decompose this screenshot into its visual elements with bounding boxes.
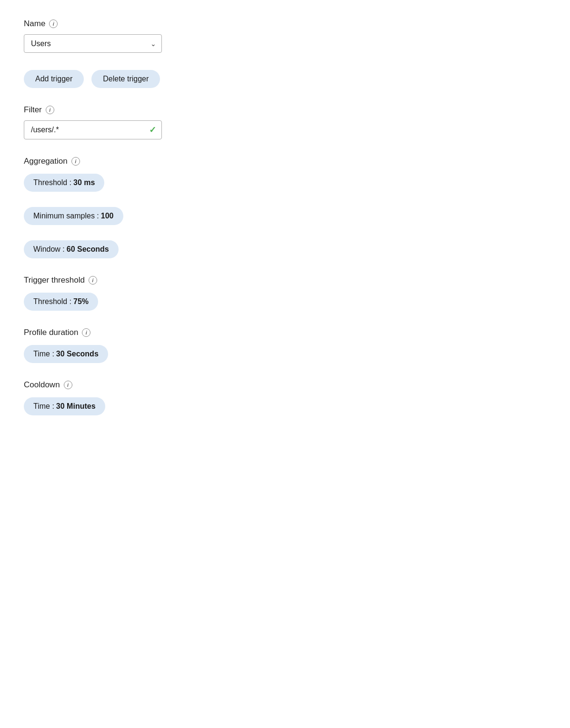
cooldown-time-label: Time : — [33, 402, 54, 411]
filter-input-wrapper: ✓ — [24, 120, 162, 139]
min-samples-label: Minimum samples : — [33, 212, 99, 220]
add-trigger-button[interactable]: Add trigger — [24, 70, 84, 88]
trigger-buttons-section: Add trigger Delete trigger — [24, 70, 546, 88]
threshold-pill[interactable]: Threshold : 30 ms — [24, 174, 104, 192]
cooldown-label: Cooldown — [24, 380, 60, 390]
trigger-threshold-label-text: Threshold : — [33, 297, 71, 306]
threshold-label: Threshold : — [33, 178, 71, 187]
profile-duration-time-label: Time : — [33, 350, 54, 358]
trigger-threshold-section: Trigger threshold i Threshold : 75% — [24, 275, 546, 311]
profile-duration-pill[interactable]: Time : 30 Seconds — [24, 345, 108, 363]
name-label-row: Name i — [24, 19, 546, 29]
trigger-threshold-pill[interactable]: Threshold : 75% — [24, 293, 98, 311]
cooldown-pill[interactable]: Time : 30 Minutes — [24, 397, 105, 415]
name-select-wrapper[interactable]: Users ⌄ — [24, 34, 162, 53]
filter-label-row: Filter i — [24, 105, 546, 115]
cooldown-label-row: Cooldown i — [24, 380, 546, 390]
min-samples-value: 100 — [101, 212, 114, 220]
min-samples-pill[interactable]: Minimum samples : 100 — [24, 207, 123, 225]
aggregation-info-icon: i — [71, 157, 80, 166]
name-section: Name i Users ⌄ — [24, 19, 546, 53]
trigger-threshold-info-icon: i — [89, 276, 97, 285]
cooldown-section: Cooldown i Time : 30 Minutes — [24, 380, 546, 415]
filter-info-icon: i — [46, 106, 54, 114]
trigger-threshold-value: 75% — [73, 297, 89, 306]
aggregation-label-row: Aggregation i — [24, 157, 546, 166]
profile-duration-time-value: 30 Seconds — [56, 350, 99, 358]
delete-trigger-button[interactable]: Delete trigger — [91, 70, 160, 88]
window-value: 60 Seconds — [67, 245, 109, 254]
filter-section: Filter i ✓ — [24, 105, 546, 139]
name-select[interactable]: Users — [24, 34, 162, 53]
aggregation-section: Aggregation i Threshold : 30 ms Minimum … — [24, 157, 546, 258]
profile-duration-info-icon: i — [82, 328, 90, 337]
window-label: Window : — [33, 245, 65, 254]
profile-duration-section: Profile duration i Time : 30 Seconds — [24, 328, 546, 363]
window-pill[interactable]: Window : 60 Seconds — [24, 240, 119, 258]
name-info-icon: i — [49, 20, 58, 28]
checkmark-icon: ✓ — [149, 125, 156, 135]
aggregation-label: Aggregation — [24, 157, 68, 166]
threshold-value: 30 ms — [73, 178, 95, 187]
name-label: Name — [24, 19, 45, 29]
aggregation-min-samples: Minimum samples : 100 — [24, 205, 546, 225]
filter-label: Filter — [24, 105, 42, 115]
profile-duration-label: Profile duration — [24, 328, 78, 337]
trigger-threshold-label: Trigger threshold — [24, 275, 85, 285]
profile-duration-label-row: Profile duration i — [24, 328, 546, 337]
aggregation-window: Window : 60 Seconds — [24, 238, 546, 258]
trigger-threshold-label-row: Trigger threshold i — [24, 275, 546, 285]
filter-input[interactable] — [24, 120, 162, 139]
aggregation-threshold: Threshold : 30 ms — [24, 172, 546, 192]
cooldown-time-value: 30 Minutes — [56, 402, 96, 411]
cooldown-info-icon: i — [64, 381, 72, 389]
